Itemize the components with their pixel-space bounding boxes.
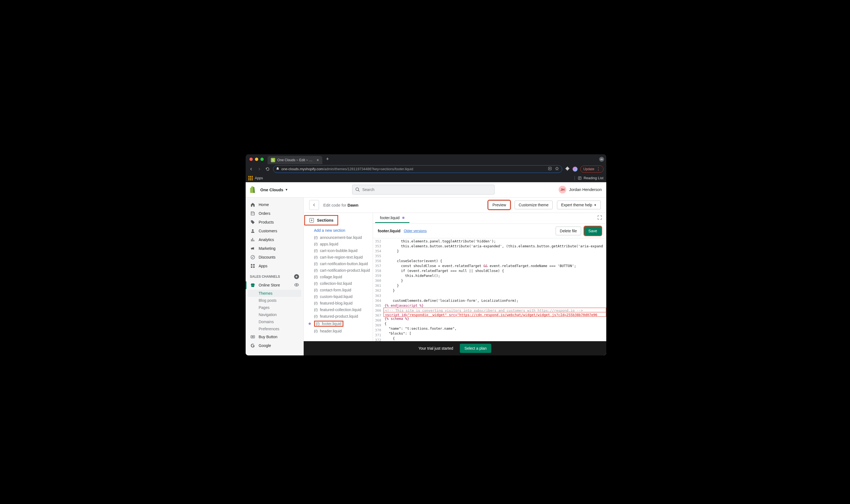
file-collection-list-liquid[interactable]: {/}collection-list.liquid: [304, 280, 373, 287]
editor-tab-footer[interactable]: footer.liquid: [375, 213, 410, 223]
file-collage-liquid[interactable]: {/}collage.liquid: [304, 274, 373, 280]
sales-channels-header: SALES CHANNELS +: [246, 270, 303, 281]
install-pwa-icon[interactable]: [548, 166, 552, 172]
tab-close-icon[interactable]: ×: [316, 158, 319, 162]
select-plan-button[interactable]: Select a plan: [460, 344, 491, 353]
file-apps-liquid[interactable]: {/}apps.liquid: [304, 241, 373, 247]
file-featured-blog-liquid[interactable]: {/}featured-blog.liquid: [304, 300, 373, 306]
nav-sub-themes[interactable]: Themes: [248, 290, 301, 297]
expert-help-button[interactable]: Expert theme help▼: [557, 201, 601, 209]
nav-analytics[interactable]: Analytics: [246, 235, 303, 244]
file-cart-notification-button-liquid[interactable]: {/}cart-notification-button.liquid: [304, 260, 373, 267]
orders-icon: [250, 211, 256, 216]
liquid-file-icon: {/}: [314, 294, 318, 299]
nav-discounts[interactable]: Discounts: [246, 253, 303, 262]
file-label: collage.liquid: [320, 275, 342, 279]
liquid-file-icon: {/}: [314, 288, 318, 292]
incognito-icon: [599, 157, 604, 162]
file-label: featured-blog.liquid: [320, 301, 352, 305]
nav-products[interactable]: Products: [246, 218, 303, 227]
fullscreen-window-dot[interactable]: [260, 158, 264, 161]
nav-customers[interactable]: Customers: [246, 227, 303, 235]
liquid-file-icon: {/}: [314, 314, 318, 318]
svg-rect-9: [251, 266, 252, 268]
profile-avatar-icon[interactable]: [573, 167, 577, 172]
delete-file-button[interactable]: Delete file: [556, 227, 581, 235]
nav-apps[interactable]: Apps: [246, 262, 303, 270]
apps-grid-icon[interactable]: [248, 176, 253, 180]
liquid-file-icon: {/}: [314, 249, 318, 253]
nav-google[interactable]: Google: [246, 341, 303, 350]
buy-button-icon: [250, 334, 256, 340]
user-name: Jordan Henderson: [569, 187, 602, 192]
code-view[interactable]: 3523533543553563573583593603613623633643…: [373, 238, 606, 341]
kebab-menu-icon[interactable]: ⋮: [596, 167, 601, 171]
nav-marketing[interactable]: Marketing: [246, 244, 303, 253]
minimize-window-dot[interactable]: [255, 158, 258, 161]
liquid-file-icon: {/}: [314, 308, 318, 312]
file-header-liquid[interactable]: {/}header.liquid: [304, 328, 373, 334]
customize-theme-button[interactable]: Customize theme: [515, 201, 553, 209]
view-store-icon[interactable]: [294, 282, 299, 288]
file-custom-liquid-liquid[interactable]: {/}custom-liquid.liquid: [304, 293, 373, 300]
file-label: custom-liquid.liquid: [320, 294, 352, 299]
preview-button[interactable]: Preview: [488, 201, 510, 209]
svg-point-0: [601, 159, 601, 160]
extensions-icon[interactable]: [565, 166, 570, 172]
nav-sub-blog[interactable]: Blog posts: [246, 297, 303, 304]
file-label: announcement-bar.liquid: [320, 235, 362, 240]
file-cart-notification-product-liquid[interactable]: {/}cart-notification-product.liquid: [304, 267, 373, 274]
nav-sub-preferences[interactable]: Preferences: [246, 325, 303, 332]
reload-button[interactable]: [265, 166, 270, 172]
store-switcher[interactable]: One Clouds▼: [260, 187, 288, 192]
file-footer-liquid[interactable]: {/}footer.liquid: [304, 320, 373, 328]
file-label: cart-notification-product.liquid: [320, 268, 370, 272]
file-announcement-bar-liquid[interactable]: {/}announcement-bar.liquid: [304, 234, 373, 241]
file-label: cart-notification-button.liquid: [320, 262, 368, 266]
file-cart-live-region-text-liquid[interactable]: {/}cart-live-region-text.liquid: [304, 254, 373, 260]
tree-section-sections[interactable]: Sections: [305, 216, 337, 224]
file-contact-form-liquid[interactable]: {/}contact-form.liquid: [304, 287, 373, 293]
nav-online-store[interactable]: Online Store: [246, 281, 303, 290]
nav-orders[interactable]: Orders: [246, 209, 303, 218]
update-button[interactable]: Update⋮: [580, 165, 603, 173]
editor-tabs: footer.liquid: [373, 213, 606, 224]
trial-message: Your trial just started: [418, 346, 453, 350]
browser-tab[interactable]: S One Clouds ~ Edit ~ Dawn ~ S… ×: [267, 156, 322, 164]
older-versions-link[interactable]: Older versions: [404, 229, 427, 233]
liquid-file-icon: {/}: [314, 262, 318, 266]
main-panel: Edit code for Dawn Preview Customize the…: [304, 198, 606, 356]
fullscreen-icon[interactable]: [595, 213, 604, 223]
omnibox[interactable]: one-clouds.myshopify.com/admin/themes/12…: [273, 165, 562, 173]
save-button[interactable]: Save: [584, 227, 601, 235]
page-title: Edit code for Dawn: [324, 203, 359, 208]
nav-sub-navigation[interactable]: Navigation: [246, 311, 303, 318]
close-window-dot[interactable]: [249, 158, 253, 161]
nav-sub-pages[interactable]: Pages: [246, 304, 303, 311]
svg-point-11: [296, 284, 297, 285]
url: one-clouds.myshopify.com/admin/themes/12…: [281, 167, 413, 171]
file-label: featured-product.liquid: [320, 314, 358, 319]
add-channel-button[interactable]: +: [294, 274, 299, 279]
file-cart-icon-bubble-liquid[interactable]: {/}cart-icon-bubble.liquid: [304, 247, 373, 254]
browser-toolbar: one-clouds.myshopify.com/admin/themes/12…: [246, 164, 606, 174]
reading-list-button[interactable]: Reading List: [574, 176, 603, 180]
liquid-file-icon: {/}: [314, 242, 318, 246]
file-label: header.liquid: [320, 329, 342, 333]
user-menu[interactable]: JH Jordan Henderson: [559, 186, 602, 194]
global-search[interactable]: Search: [352, 185, 495, 195]
back-button[interactable]: [248, 166, 254, 172]
nav-buy-button[interactable]: Buy Button: [246, 332, 303, 341]
macos-traffic-lights[interactable]: [248, 158, 265, 161]
nav-home[interactable]: Home: [246, 200, 303, 209]
apps-bookmark[interactable]: Apps: [255, 176, 263, 180]
forward-button[interactable]: [257, 166, 262, 172]
nav-sub-domains[interactable]: Domains: [246, 318, 303, 325]
add-section-link[interactable]: Add a new section: [304, 227, 373, 234]
file-featured-product-liquid[interactable]: {/}featured-product.liquid: [304, 313, 373, 320]
bookmarks-bar: Apps Reading List: [246, 174, 606, 182]
new-tab-button[interactable]: +: [325, 156, 331, 162]
back-to-themes-button[interactable]: [309, 200, 319, 210]
file-featured-collection-liquid[interactable]: {/}featured-collection.liquid: [304, 306, 373, 313]
bookmark-star-icon[interactable]: [555, 166, 559, 172]
